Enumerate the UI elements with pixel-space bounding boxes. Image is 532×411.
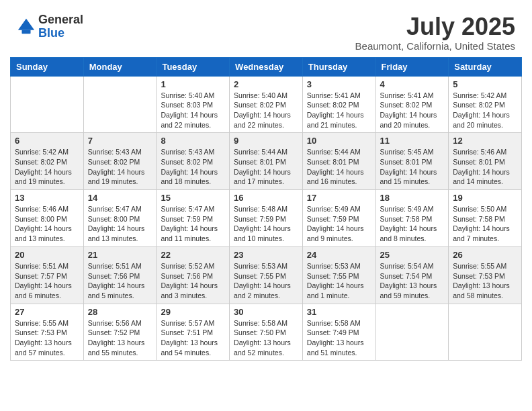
calendar-cell: 6Sunrise: 5:42 AM Sunset: 8:02 PM Daylig… <box>11 133 84 190</box>
calendar-cell: 3Sunrise: 5:41 AM Sunset: 8:02 PM Daylig… <box>302 76 375 133</box>
day-info: Sunrise: 5:42 AM Sunset: 8:02 PM Dayligh… <box>453 91 517 130</box>
day-of-week-header: Saturday <box>449 57 522 76</box>
day-info: Sunrise: 5:46 AM Sunset: 8:00 PM Dayligh… <box>15 204 79 244</box>
title-block: July 2025 Beaumont, California, United S… <box>355 13 515 52</box>
day-info: Sunrise: 5:44 AM Sunset: 8:01 PM Dayligh… <box>234 147 298 187</box>
day-number: 17 <box>307 193 371 203</box>
page-header: General Blue July 2025 Beaumont, Califor… <box>7 7 525 57</box>
day-number: 4 <box>380 79 445 89</box>
day-number: 19 <box>453 193 517 203</box>
day-info: Sunrise: 5:42 AM Sunset: 8:02 PM Dayligh… <box>15 147 79 187</box>
day-info: Sunrise: 5:46 AM Sunset: 8:01 PM Dayligh… <box>453 147 517 187</box>
day-info: Sunrise: 5:51 AM Sunset: 7:56 PM Dayligh… <box>88 261 152 301</box>
calendar-cell: 25Sunrise: 5:54 AM Sunset: 7:54 PM Dayli… <box>375 246 449 304</box>
day-info: Sunrise: 5:54 AM Sunset: 7:54 PM Dayligh… <box>380 261 445 301</box>
day-info: Sunrise: 5:41 AM Sunset: 8:02 PM Dayligh… <box>307 91 371 130</box>
calendar-cell: 29Sunrise: 5:57 AM Sunset: 7:51 PM Dayli… <box>157 304 230 361</box>
calendar-cell: 2Sunrise: 5:40 AM Sunset: 8:02 PM Daylig… <box>230 76 303 133</box>
day-info: Sunrise: 5:52 AM Sunset: 7:56 PM Dayligh… <box>161 261 225 301</box>
calendar-cell: 8Sunrise: 5:43 AM Sunset: 8:02 PM Daylig… <box>157 133 230 190</box>
calendar-cell: 31Sunrise: 5:58 AM Sunset: 7:49 PM Dayli… <box>302 304 375 361</box>
calendar-cell: 1Sunrise: 5:40 AM Sunset: 8:03 PM Daylig… <box>157 76 230 133</box>
calendar-cell: 12Sunrise: 5:46 AM Sunset: 8:01 PM Dayli… <box>449 133 522 190</box>
svg-rect-1 <box>21 30 30 34</box>
day-number: 2 <box>234 79 298 89</box>
day-number: 21 <box>88 250 152 260</box>
calendar-week-row: 6Sunrise: 5:42 AM Sunset: 8:02 PM Daylig… <box>11 133 522 190</box>
day-info: Sunrise: 5:55 AM Sunset: 7:53 PM Dayligh… <box>15 318 79 358</box>
day-of-week-header: Thursday <box>302 57 375 76</box>
calendar-cell <box>83 76 157 133</box>
day-number: 31 <box>307 307 371 317</box>
day-of-week-header: Monday <box>83 57 157 76</box>
calendar-cell <box>11 76 84 133</box>
day-info: Sunrise: 5:53 AM Sunset: 7:55 PM Dayligh… <box>234 261 298 301</box>
day-number: 28 <box>88 307 152 317</box>
day-info: Sunrise: 5:57 AM Sunset: 7:51 PM Dayligh… <box>161 318 225 358</box>
calendar-cell: 15Sunrise: 5:47 AM Sunset: 7:59 PM Dayli… <box>157 190 230 247</box>
calendar-cell: 4Sunrise: 5:41 AM Sunset: 8:02 PM Daylig… <box>375 76 449 133</box>
calendar-cell: 17Sunrise: 5:49 AM Sunset: 7:59 PM Dayli… <box>302 190 375 247</box>
day-number: 11 <box>380 136 445 146</box>
svg-marker-0 <box>18 19 34 30</box>
day-number: 23 <box>234 250 298 260</box>
logo-icon <box>17 17 36 36</box>
day-number: 27 <box>15 307 79 317</box>
day-info: Sunrise: 5:58 AM Sunset: 7:50 PM Dayligh… <box>234 318 298 358</box>
day-info: Sunrise: 5:43 AM Sunset: 8:02 PM Dayligh… <box>161 147 225 187</box>
day-number: 25 <box>380 250 445 260</box>
day-of-week-header: Tuesday <box>157 57 230 76</box>
calendar-cell: 22Sunrise: 5:52 AM Sunset: 7:56 PM Dayli… <box>157 246 230 304</box>
calendar-cell: 13Sunrise: 5:46 AM Sunset: 8:00 PM Dayli… <box>11 190 84 247</box>
day-number: 3 <box>307 79 371 89</box>
calendar-cell: 30Sunrise: 5:58 AM Sunset: 7:50 PM Dayli… <box>230 304 303 361</box>
calendar-cell: 5Sunrise: 5:42 AM Sunset: 8:02 PM Daylig… <box>449 76 522 133</box>
day-number: 30 <box>234 307 298 317</box>
calendar-header-row: SundayMondayTuesdayWednesdayThursdayFrid… <box>11 57 522 76</box>
calendar-cell: 19Sunrise: 5:50 AM Sunset: 7:58 PM Dayli… <box>449 190 522 247</box>
day-info: Sunrise: 5:53 AM Sunset: 7:55 PM Dayligh… <box>307 261 371 301</box>
day-info: Sunrise: 5:50 AM Sunset: 7:58 PM Dayligh… <box>453 204 517 244</box>
day-number: 1 <box>161 79 225 89</box>
location-subtitle: Beaumont, California, United States <box>355 40 515 52</box>
day-number: 20 <box>15 250 79 260</box>
day-number: 8 <box>161 136 225 146</box>
day-number: 13 <box>15 193 79 203</box>
calendar-cell: 26Sunrise: 5:55 AM Sunset: 7:53 PM Dayli… <box>449 246 522 304</box>
day-info: Sunrise: 5:48 AM Sunset: 7:59 PM Dayligh… <box>234 204 298 244</box>
day-number: 22 <box>161 250 225 260</box>
logo: General Blue <box>17 13 83 40</box>
day-number: 10 <box>307 136 371 146</box>
day-info: Sunrise: 5:44 AM Sunset: 8:01 PM Dayligh… <box>307 147 371 187</box>
day-number: 18 <box>380 193 445 203</box>
logo-text: General Blue <box>38 13 83 40</box>
calendar-week-row: 1Sunrise: 5:40 AM Sunset: 8:03 PM Daylig… <box>11 76 522 133</box>
day-number: 24 <box>307 250 371 260</box>
day-info: Sunrise: 5:40 AM Sunset: 8:02 PM Dayligh… <box>234 91 298 130</box>
calendar-week-row: 20Sunrise: 5:51 AM Sunset: 7:57 PM Dayli… <box>11 246 522 304</box>
day-info: Sunrise: 5:43 AM Sunset: 8:02 PM Dayligh… <box>88 147 152 187</box>
day-info: Sunrise: 5:51 AM Sunset: 7:57 PM Dayligh… <box>15 261 79 301</box>
calendar-cell: 27Sunrise: 5:55 AM Sunset: 7:53 PM Dayli… <box>11 304 84 361</box>
calendar-table: SundayMondayTuesdayWednesdayThursdayFrid… <box>10 57 522 361</box>
day-number: 5 <box>453 79 517 89</box>
calendar-cell: 11Sunrise: 5:45 AM Sunset: 8:01 PM Dayli… <box>375 133 449 190</box>
day-info: Sunrise: 5:55 AM Sunset: 7:53 PM Dayligh… <box>453 261 517 301</box>
calendar-cell: 16Sunrise: 5:48 AM Sunset: 7:59 PM Dayli… <box>230 190 303 247</box>
day-number: 29 <box>161 307 225 317</box>
day-info: Sunrise: 5:58 AM Sunset: 7:49 PM Dayligh… <box>307 318 371 358</box>
day-number: 15 <box>161 193 225 203</box>
day-info: Sunrise: 5:40 AM Sunset: 8:03 PM Dayligh… <box>161 91 225 130</box>
day-info: Sunrise: 5:45 AM Sunset: 8:01 PM Dayligh… <box>380 147 445 187</box>
calendar-cell <box>449 304 522 361</box>
day-number: 9 <box>234 136 298 146</box>
calendar-cell: 28Sunrise: 5:56 AM Sunset: 7:52 PM Dayli… <box>83 304 157 361</box>
day-number: 7 <box>88 136 152 146</box>
day-info: Sunrise: 5:49 AM Sunset: 7:59 PM Dayligh… <box>307 204 371 244</box>
calendar-cell: 7Sunrise: 5:43 AM Sunset: 8:02 PM Daylig… <box>83 133 157 190</box>
day-number: 6 <box>15 136 79 146</box>
calendar-cell: 23Sunrise: 5:53 AM Sunset: 7:55 PM Dayli… <box>230 246 303 304</box>
calendar-cell <box>375 304 449 361</box>
calendar-week-row: 27Sunrise: 5:55 AM Sunset: 7:53 PM Dayli… <box>11 304 522 361</box>
month-title: July 2025 <box>355 13 515 40</box>
